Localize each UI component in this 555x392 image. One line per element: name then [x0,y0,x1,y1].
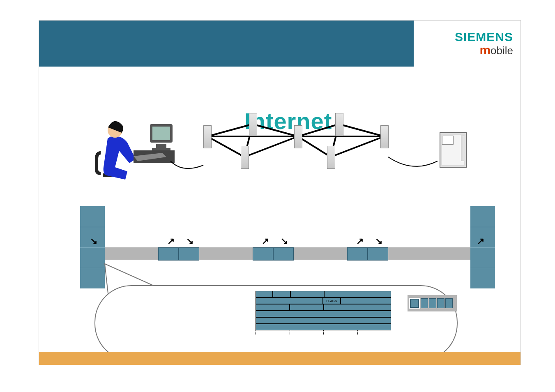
svg-line-16 [339,124,384,136]
arrow-icon: ↗ [477,236,484,247]
router-icon [203,125,212,148]
footer-band [39,352,520,365]
payload-chip [429,298,436,308]
hop-block [253,247,294,260]
payload-chip [409,298,420,309]
arrow-icon: ↘ [375,236,382,247]
arrow-icon: ↗ [356,236,364,247]
svg-line-17 [331,136,384,157]
svg-line-11 [253,124,298,136]
host-stack-right [470,206,495,288]
arrow-icon: ↘ [186,236,193,247]
slide: SIEMENS mobile Internet [39,21,520,365]
siemens-logo-text: SIEMENS [455,30,513,44]
arrow-icon: ↘ [281,236,288,247]
server-icon [440,132,467,168]
ip-field [290,291,325,297]
svg-line-9 [207,124,253,136]
svg-line-15 [298,136,331,157]
ip-field [256,291,273,297]
arrow-icon: ↘ [90,236,97,247]
arrow-icon: ↗ [262,236,269,247]
payload-chip [445,298,453,308]
user-at-computer-icon [72,112,175,186]
logo-box: SIEMENS mobile [414,21,520,67]
ip-field [341,297,391,304]
ip-header-table: FLAGS [256,291,391,334]
ip-field [256,317,391,324]
ip-field [256,304,290,311]
router-icon [327,146,335,169]
svg-line-14 [298,124,339,136]
mobile-logo-m: m [479,43,491,57]
payload-chip [421,298,428,308]
ip-field [256,324,391,330]
ip-field [324,291,391,297]
title-bar [39,21,414,67]
router-icon [335,113,343,136]
content-area: Internet [39,67,520,365]
internet-mesh-icon [191,112,417,186]
svg-rect-4 [152,127,170,140]
page: SIEMENS mobile Internet [0,0,555,392]
svg-line-12 [244,136,298,157]
router-icon [294,125,302,148]
ip-field-flags: FLAGS [323,297,341,304]
payload-box [408,295,457,311]
mobile-logo-text: mobile [479,43,513,57]
svg-line-10 [207,136,244,157]
router-icon [249,113,257,136]
hop-block [158,247,199,260]
ip-field [324,304,391,311]
payload-chip [437,298,444,308]
callout-bubble: FLAGS [94,285,458,361]
network-illustration: Internet [72,112,487,194]
ip-field [290,304,324,311]
ip-field [256,311,391,317]
router-icon [380,125,389,148]
router-icon [241,146,249,169]
ip-field [273,291,290,297]
mobile-logo-rest: obile [491,44,513,57]
svg-rect-5 [156,144,166,148]
hop-block [347,247,388,260]
ip-field [256,297,323,304]
arrow-icon: ↗ [167,236,175,247]
svg-rect-6 [152,148,170,150]
